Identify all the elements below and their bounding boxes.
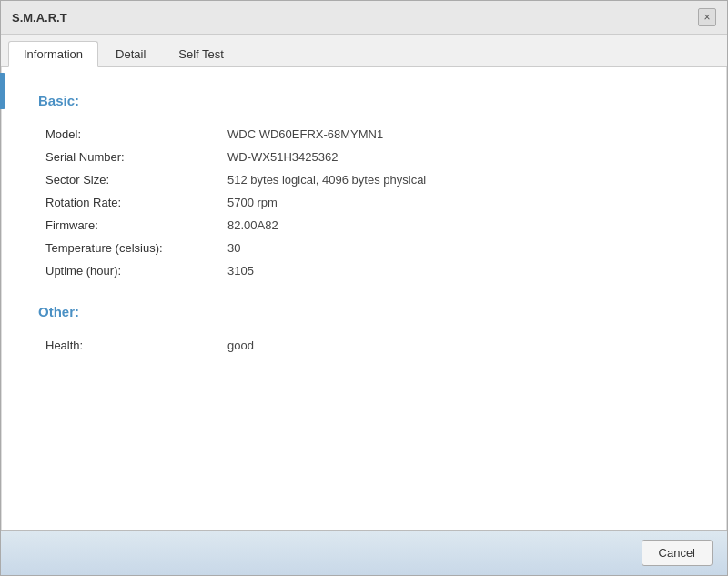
field-label: Uptime (hour): (38, 259, 220, 282)
basic-table: Model: WDC WD60EFRX-68MYMN1 Serial Numbe… (38, 123, 690, 282)
other-table: Health: good (38, 334, 690, 357)
dialog: S.M.A.R.T × Information Detail Self Test… (0, 0, 728, 576)
table-row: Sector Size: 512 bytes logical, 4096 byt… (38, 168, 690, 191)
other-section-title: Other: (38, 304, 690, 319)
field-label: Health: (38, 334, 220, 357)
basic-section-title: Basic: (38, 93, 690, 108)
table-row: Health: good (38, 334, 690, 357)
content-area: Basic: Model: WDC WD60EFRX-68MYMN1 Seria… (1, 67, 727, 530)
tab-information[interactable]: Information (8, 41, 98, 67)
field-value: good (220, 334, 690, 357)
table-row: Temperature (celsius): 30 (38, 237, 690, 259)
tab-self-test[interactable]: Self Test (163, 41, 239, 67)
tab-bar: Information Detail Self Test (1, 35, 727, 67)
field-label: Model: (38, 123, 220, 146)
cancel-button[interactable]: Cancel (642, 540, 713, 566)
field-value: WDC WD60EFRX-68MYMN1 (220, 123, 690, 146)
smart-dialog: S.M.A.R.T × Information Detail Self Test… (0, 0, 728, 576)
table-row: Serial Number: WD-WX51H3425362 (38, 146, 690, 168)
other-section: Other: Health: good (38, 304, 690, 357)
table-row: Uptime (hour): 3105 (38, 259, 690, 282)
table-row: Model: WDC WD60EFRX-68MYMN1 (38, 123, 690, 146)
field-value: 30 (220, 237, 690, 259)
field-label: Serial Number: (38, 146, 220, 168)
field-label: Rotation Rate: (38, 191, 220, 214)
title-bar: S.M.A.R.T × (1, 1, 727, 35)
field-value: 82.00A82 (220, 214, 690, 237)
table-row: Firmware: 82.00A82 (38, 214, 690, 237)
field-value: 512 bytes logical, 4096 bytes physical (220, 168, 690, 191)
field-value: 5700 rpm (220, 191, 690, 214)
basic-section: Basic: Model: WDC WD60EFRX-68MYMN1 Seria… (38, 93, 690, 282)
field-label: Temperature (celsius): (38, 237, 220, 259)
tab-detail[interactable]: Detail (100, 41, 161, 67)
dialog-title: S.M.A.R.T (12, 11, 67, 25)
field-label: Firmware: (38, 214, 220, 237)
close-button[interactable]: × (698, 8, 716, 26)
field-label: Sector Size: (38, 168, 220, 191)
table-row: Rotation Rate: 5700 rpm (38, 191, 690, 214)
left-accent-bar (0, 73, 5, 109)
field-value: WD-WX51H3425362 (220, 146, 690, 168)
footer: Cancel (1, 530, 727, 575)
field-value: 3105 (220, 259, 690, 282)
